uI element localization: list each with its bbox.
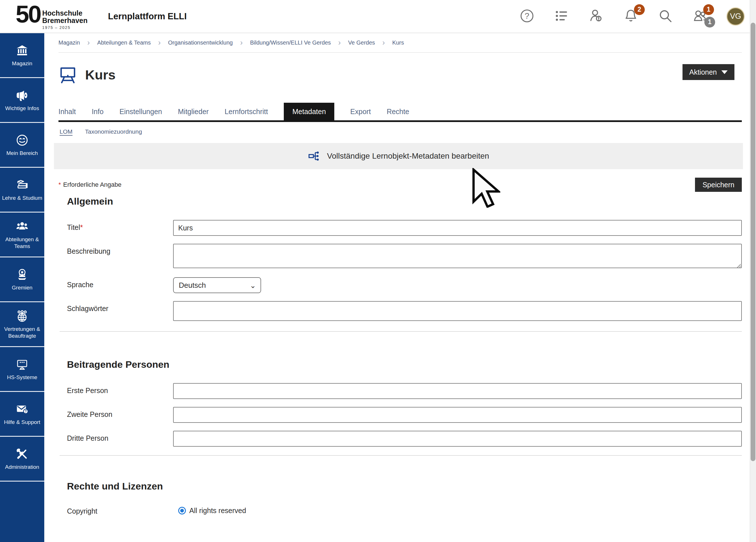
tab-metadaten[interactable]: Metadaten [284,103,334,120]
dritte-person-input[interactable] [173,431,742,447]
people-group-icon [15,220,29,233]
chevron-down-icon [721,70,728,74]
search-icon [658,8,673,24]
tools-icon [15,447,29,461]
subtab-taxonomiezuordnung[interactable]: Taxonomiezuordnung [85,128,142,135]
course-board-icon [58,65,77,84]
logo-text: Hochschule Bremerhaven 1975 – 2025 [42,9,88,30]
field-row-titel: Titel* [58,220,742,236]
erste-person-input[interactable] [173,383,742,399]
field-row-sprache: Sprache Deutsch ⌄ [58,277,742,293]
subtab-lom[interactable]: LOM [60,128,73,135]
sidebar-item-label: Magazin [12,60,32,67]
required-note: *Erforderliche Angabe [58,181,121,188]
sidebar-item-magazin[interactable]: Magazin [0,33,44,78]
sidebar-item-label: Abteilungen & Teams [2,236,43,250]
breadcrumb-separator: › [338,39,341,47]
edit-full-metadata-label: Vollständige Lernobjekt-Metadaten bearbe… [327,152,489,161]
books-icon [15,178,29,192]
tab-mitglieder[interactable]: Mitglieder [178,103,209,120]
section-divider [60,331,742,332]
help-button[interactable]: ? [519,8,535,25]
search-button[interactable] [657,8,674,25]
tab-info[interactable]: Info [92,103,104,120]
main-menu-button[interactable] [553,8,570,25]
globe-people-icon [15,309,29,323]
breadcrumb-item-ve-gerdes[interactable]: Ve Gerdes [348,39,375,46]
sidebar-item-hilfe-support[interactable]: ? Hilfe & Support [0,392,44,437]
breadcrumb-separator: › [87,39,90,47]
sidebar-item-mein-bereich[interactable]: Mein Bereich [0,123,44,168]
sidebar-item-abteilungen-teams[interactable]: Abteilungen & Teams [0,213,44,257]
tab-bar: Inhalt Info Einstellungen Mitglieder Ler… [58,103,742,122]
page-title-row: Kurs Aktionen [58,64,742,85]
tab-export[interactable]: Export [350,103,371,120]
required-asterisk: * [58,181,61,188]
actions-button-label: Aktionen [689,68,717,76]
sprache-select[interactable]: Deutsch ⌄ [173,277,261,293]
copyright-radio[interactable] [178,507,186,514]
online-status-button[interactable] [588,8,604,25]
header-icon-bar: ? 2 1 1 [519,7,745,26]
titel-input[interactable] [173,220,742,236]
form-header-row: *Erforderliche Angabe Speichern [58,178,742,192]
breadcrumb-item-kurs[interactable]: Kurs [392,39,404,46]
schlagwoerter-input[interactable] [173,301,742,321]
sidebar-item-hs-systeme[interactable]: HS-Systeme [0,347,44,392]
section-heading-rechte-lizenzen: Rechte und Lizenzen [67,481,742,492]
beschreibung-textarea[interactable] [173,244,742,268]
contacts-button[interactable]: 1 1 [692,8,708,25]
user-avatar[interactable]: VG [726,7,745,26]
hochschule-bremerhaven-logo[interactable]: 50 Hochschule Bremerhaven 1975 – 2025 [16,3,87,30]
sidebar-item-label: Wichtige Infos [5,105,39,112]
zweite-person-label: Zweite Person [58,407,173,423]
tab-einstellungen[interactable]: Einstellungen [119,103,162,120]
schlagwoerter-label: Schlagwörter [58,301,173,321]
dritte-person-label: Dritte Person [58,431,173,447]
sidebar-item-label: Mein Bereich [7,150,38,157]
logo-line2: Bremerhaven [42,17,88,24]
breadcrumb-separator: › [382,39,385,47]
logo-years: 1975 – 2025 [42,25,88,30]
sidebar-item-label: Lehre & Studium [2,195,42,201]
zweite-person-input[interactable] [173,407,742,423]
allgemein-fields: Titel* Beschreibung Sprache Deutsch ⌄ Sc… [58,220,742,321]
actions-button[interactable]: Aktionen [683,64,734,80]
bank-icon [15,44,29,57]
top-header: 50 Hochschule Bremerhaven 1975 – 2025 Le… [0,0,756,33]
megaphone-icon [15,89,29,102]
sidebar-item-wichtige-infos[interactable]: Wichtige Infos [0,78,44,123]
notifications-button[interactable]: 2 [623,8,639,25]
edit-full-metadata-banner[interactable]: Vollständige Lernobjekt-Metadaten bearbe… [54,143,743,169]
save-button[interactable]: Speichern [695,178,742,192]
tab-inhalt[interactable]: Inhalt [58,103,76,120]
sprache-selected-value: Deutsch [179,281,206,290]
field-row-copyright: Copyright All rights reserved [58,507,742,515]
field-row-erste-person: Erste Person [58,383,742,399]
sidebar-item-administration[interactable]: Administration [0,437,44,482]
breadcrumb-separator: › [240,39,243,47]
section-heading-beitragende-personen: Beitragende Personen [67,359,742,370]
scrollbar-thumb[interactable] [751,23,755,461]
sidebar-item-lehre-studium[interactable]: Lehre & Studium [0,168,44,213]
logo-50: 50 [16,3,41,25]
breadcrumb-item-abteilungen-teams[interactable]: Abteilungen & Teams [97,39,151,46]
sidebar-item-vertretungen-beauftragte[interactable]: Vertretungen & Beauftragte [0,302,44,347]
sidebar-item-gremien[interactable]: Gremien [0,257,44,302]
rechte-fields: Copyright All rights reserved [58,507,742,515]
copyright-radio-label: All rights reserved [189,507,246,515]
user-status-icon [589,8,604,24]
committee-icon [15,268,29,281]
field-row-beschreibung: Beschreibung [58,244,742,269]
breadcrumb-item-magazin[interactable]: Magazin [58,39,80,46]
field-row-schlagwoerter: Schlagwörter [58,301,742,321]
required-asterisk: * [80,223,83,231]
tab-rechte[interactable]: Rechte [387,103,409,120]
breadcrumb-item-bildung-wissen[interactable]: Bildung/Wissen/ELLI Ve Gerdes [250,39,331,46]
sidebar-item-label: Gremien [12,284,33,291]
tab-lernfortschritt[interactable]: Lernfortschritt [224,103,268,120]
page-title: Kurs [85,67,115,83]
breadcrumb-item-organisationsentwicklung[interactable]: Organisationsentwicklung [168,39,233,46]
metadata-branch-icon [308,150,321,163]
field-row-zweite-person: Zweite Person [58,407,742,423]
